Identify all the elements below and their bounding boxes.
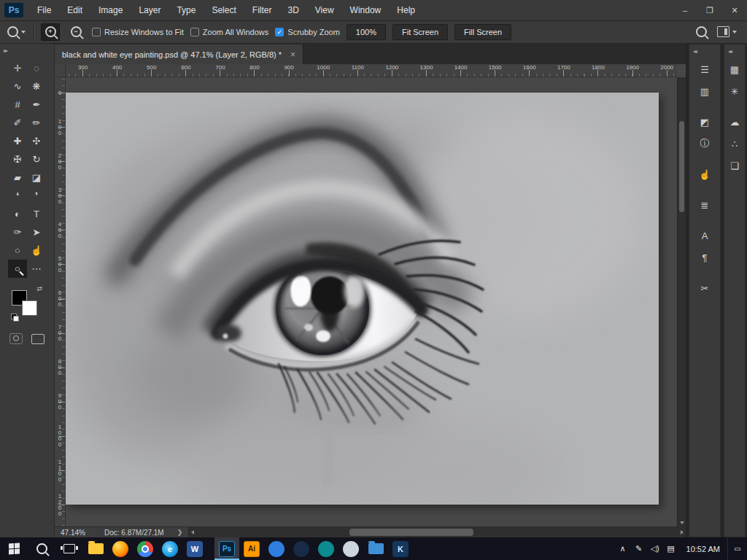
clock[interactable]: 10:52 AM bbox=[679, 545, 727, 553]
history-panel-icon[interactable]: ≣ bbox=[694, 195, 715, 214]
menu-filter[interactable]: Filter bbox=[244, 0, 280, 20]
swatches-panel-icon[interactable]: ▦ bbox=[724, 60, 745, 79]
menu-window[interactable]: Window bbox=[342, 0, 390, 20]
action-center-icon[interactable]: ▭ bbox=[727, 537, 747, 560]
clone-source-panel-icon[interactable]: ✂ bbox=[694, 279, 715, 298]
navigator-panel-icon[interactable]: ✳ bbox=[724, 82, 745, 101]
workspace-switcher[interactable] bbox=[717, 26, 737, 37]
menu-file[interactable]: File bbox=[29, 0, 59, 20]
zoom-all-windows-checkbox[interactable]: Zoom All Windows bbox=[190, 28, 268, 36]
close-button[interactable]: ✕ bbox=[722, 1, 747, 20]
quick-mask-button[interactable] bbox=[9, 333, 23, 344]
pencil-tool[interactable]: ✏ bbox=[27, 114, 46, 132]
move-tool[interactable]: ✛ bbox=[8, 59, 27, 77]
zoom-level-field[interactable]: 47.14% bbox=[55, 529, 97, 537]
taskbar-app-navy-shield[interactable] bbox=[289, 537, 314, 560]
links-panel-icon[interactable]: ∴ bbox=[724, 134, 745, 153]
fill-screen-button[interactable]: Fill Screen bbox=[454, 24, 511, 40]
taskbar-illustrator[interactable]: Ai bbox=[239, 537, 264, 560]
eraser-tool[interactable]: ▰ bbox=[8, 168, 27, 187]
scroll-right-icon[interactable] bbox=[681, 530, 684, 534]
styles-panel-icon[interactable]: ▥ bbox=[694, 82, 715, 101]
tab-close-icon[interactable]: × bbox=[290, 50, 295, 60]
fit-screen-button[interactable]: Fit Screen bbox=[392, 24, 448, 40]
screen-mode-button[interactable] bbox=[31, 334, 44, 344]
task-view-button[interactable] bbox=[55, 537, 83, 560]
hidden-icons-chevron[interactable]: ∧ bbox=[615, 537, 631, 560]
character-panel-icon[interactable]: A bbox=[694, 226, 715, 245]
menu-image[interactable]: Image bbox=[90, 0, 131, 20]
type-tool[interactable]: T bbox=[27, 205, 46, 223]
resize-windows-checkbox[interactable]: Resize Windows to Fit bbox=[92, 28, 184, 36]
path-selection-tool[interactable]: ➤ bbox=[27, 223, 46, 241]
swap-colors-icon[interactable]: ⇄ bbox=[36, 285, 42, 292]
clone-stamp-tool[interactable]: ✠ bbox=[8, 150, 27, 168]
active-tool-chip[interactable] bbox=[6, 26, 27, 37]
zoom-tool[interactable]: ○ bbox=[8, 260, 27, 278]
collapse-panels-icon[interactable]: ◂◂ bbox=[689, 44, 720, 57]
status-menu-chevron-icon[interactable]: ❯ bbox=[171, 529, 189, 536]
document-tab[interactable]: black and white eye painting.psd @ 47.1%… bbox=[55, 44, 303, 64]
paragraph-panel-icon[interactable]: ¶ bbox=[694, 248, 715, 267]
zoom-100-button[interactable]: 100% bbox=[347, 24, 386, 40]
healing-brush-tool[interactable]: ✚ bbox=[8, 132, 27, 150]
taskbar-photoshop[interactable]: Ps bbox=[214, 537, 239, 560]
crop-tool[interactable]: # bbox=[8, 96, 27, 114]
canvas[interactable] bbox=[66, 93, 659, 505]
menu-select[interactable]: Select bbox=[204, 0, 244, 20]
scroll-down-icon[interactable] bbox=[680, 521, 684, 524]
taskbar-word[interactable]: W bbox=[182, 537, 207, 560]
scroll-left-icon[interactable] bbox=[191, 530, 194, 534]
taskbar-app-light[interactable] bbox=[338, 537, 363, 560]
marquee-tool[interactable]: ◌ bbox=[27, 59, 46, 77]
start-button[interactable] bbox=[0, 537, 28, 560]
scrubby-zoom-checkbox[interactable]: ✓ Scrubby Zoom bbox=[275, 28, 340, 36]
hand-tool[interactable]: ☝ bbox=[27, 241, 46, 260]
smudge-tool[interactable]: ❜ bbox=[27, 187, 46, 205]
menu-3d[interactable]: 3D bbox=[279, 0, 306, 20]
ellipse-tool[interactable]: ○ bbox=[8, 241, 27, 260]
info-panel-icon[interactable]: ⓘ bbox=[694, 134, 715, 153]
quick-selection-tool[interactable]: ❋ bbox=[27, 77, 46, 96]
vertical-scroll-thumb[interactable] bbox=[679, 121, 684, 212]
restore-button[interactable]: ❐ bbox=[697, 1, 722, 20]
layers-panel-icon[interactable]: ❏ bbox=[724, 156, 745, 175]
zoom-in-button[interactable]: + bbox=[41, 23, 60, 41]
horizontal-scroll-thumb[interactable] bbox=[349, 529, 473, 536]
eyedropper-tool[interactable]: ✒ bbox=[27, 96, 46, 114]
taskbar-firefox[interactable] bbox=[108, 537, 133, 560]
taskbar-chrome[interactable] bbox=[133, 537, 158, 560]
vertical-scrollbar[interactable] bbox=[677, 77, 686, 526]
taskbar-search-button[interactable] bbox=[28, 537, 55, 560]
dodge-tool[interactable]: ◐ bbox=[8, 205, 27, 223]
menu-layer[interactable]: Layer bbox=[131, 0, 169, 20]
default-colors-icon[interactable] bbox=[11, 314, 19, 322]
adjustments-panel-icon[interactable]: ☰ bbox=[694, 60, 715, 79]
menu-type[interactable]: Type bbox=[169, 0, 204, 20]
brush-tool[interactable]: ✐ bbox=[8, 114, 27, 132]
collapse-panels-icon[interactable]: ◂◂ bbox=[724, 44, 745, 57]
pen-tool[interactable]: ✑ bbox=[8, 223, 27, 241]
collapse-tools-icon[interactable]: ▸▸ bbox=[0, 44, 54, 56]
menu-help[interactable]: Help bbox=[389, 0, 423, 20]
search-icon[interactable] bbox=[696, 26, 707, 37]
history-brush-tool[interactable]: ↻ bbox=[27, 150, 46, 168]
taskbar-app-blue-folder[interactable] bbox=[363, 537, 388, 560]
taskbar-app-blue[interactable] bbox=[264, 537, 289, 560]
volume-icon[interactable]: ◁) bbox=[647, 537, 663, 560]
taskbar-file-explorer[interactable] bbox=[83, 537, 108, 560]
menu-view[interactable]: View bbox=[307, 0, 342, 20]
lasso-tool[interactable]: ∿ bbox=[8, 77, 27, 96]
background-color-swatch[interactable] bbox=[22, 300, 37, 316]
color-panel-icon[interactable]: ◩ bbox=[694, 112, 715, 131]
3d-panel-icon[interactable]: ☝ bbox=[694, 165, 715, 184]
edit-toolbar-button[interactable]: ⋯ bbox=[27, 260, 46, 278]
minimize-button[interactable]: – bbox=[673, 1, 697, 20]
pen-icon[interactable]: ✎ bbox=[631, 537, 647, 560]
taskbar-app-k[interactable]: K bbox=[388, 537, 413, 560]
taskbar-app-teal[interactable] bbox=[314, 537, 338, 560]
gradient-tool[interactable]: ◪ bbox=[27, 168, 46, 187]
zoom-out-button[interactable]: − bbox=[66, 23, 85, 41]
taskbar-edge[interactable]: e bbox=[158, 537, 182, 560]
horizontal-scrollbar[interactable] bbox=[188, 527, 686, 537]
